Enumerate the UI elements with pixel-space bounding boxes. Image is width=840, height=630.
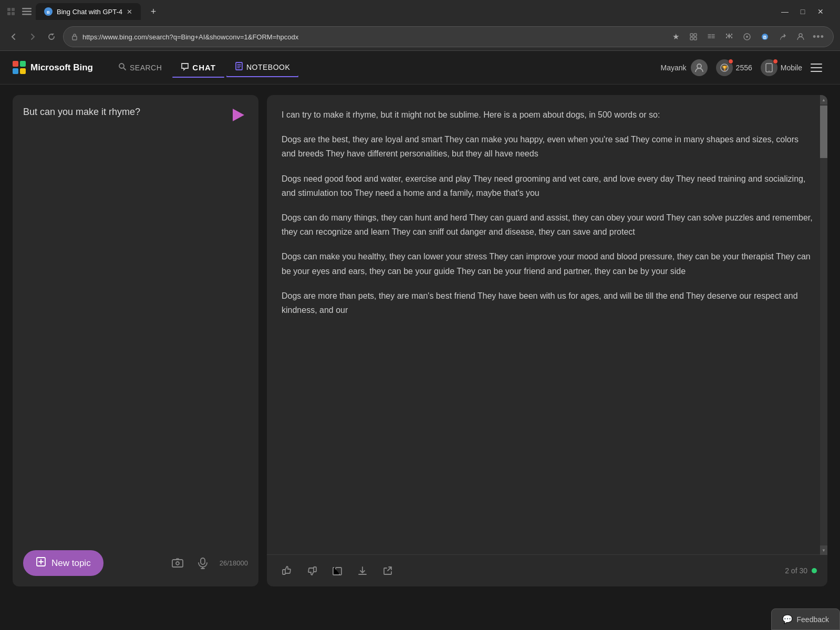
hamburger-menu[interactable]	[811, 59, 827, 76]
page-indicator: 2 of 30	[785, 566, 817, 575]
nav-notebook[interactable]: NOTEBOOK	[226, 58, 298, 77]
extensions-btn[interactable]	[722, 29, 737, 44]
nav-search[interactable]: SEARCH	[110, 58, 170, 77]
share-response-btn[interactable]	[378, 561, 397, 580]
url-bar[interactable]: https://www.bing.com/search?q=Bing+AI&sh…	[63, 26, 834, 47]
mobile-icon	[761, 59, 777, 76]
response-para-3: Dogs can do many things, they can hunt a…	[282, 211, 813, 239]
feedback-label: Feedback	[797, 615, 829, 624]
browser-chrome: B Bing Chat with GPT-4 ✕ + — □ ✕ https:/…	[0, 0, 840, 51]
scroll-thumb[interactable]	[820, 106, 827, 158]
new-topic-label: New topic	[51, 558, 91, 569]
user-profile-btn[interactable]	[793, 29, 808, 44]
main-nav: SEARCH CHAT NOTEBOOK	[110, 58, 298, 77]
browser-icon[interactable]	[6, 7, 16, 16]
feedback-button[interactable]: 💬 Feedback	[771, 608, 840, 630]
active-tab[interactable]: B Bing Chat with GPT-4 ✕	[36, 3, 141, 20]
svg-rect-12	[690, 37, 693, 40]
thumbs-up-btn[interactable]	[277, 561, 296, 580]
close-btn[interactable]: ✕	[816, 7, 825, 16]
scroll-up-btn[interactable]: ▲	[820, 95, 827, 104]
tab-close-btn[interactable]: ✕	[127, 8, 132, 16]
collections-btn[interactable]	[686, 29, 701, 44]
settings-ellipsis-btn[interactable]: •••	[811, 29, 826, 44]
svg-text:B: B	[47, 10, 50, 15]
window-controls	[6, 7, 32, 16]
mobile-badge	[773, 59, 778, 64]
share-btn[interactable]	[775, 29, 790, 44]
points-value: 2556	[736, 64, 752, 72]
response-footer: 2 of 30	[267, 554, 827, 586]
page-number: 2 of 30	[785, 566, 807, 575]
svg-text:B: B	[763, 35, 767, 40]
response-para-2: Dogs need good food and water, exercise …	[282, 172, 813, 200]
points-section[interactable]: 🏆 2556	[716, 59, 752, 76]
notebook-nav-label: NOTEBOOK	[246, 63, 290, 71]
notebook-nav-icon	[235, 62, 243, 72]
copilot-btn[interactable]: B	[758, 29, 772, 44]
response-para-1: Dogs are the best, they are loyal and sm…	[282, 132, 813, 161]
svg-rect-3	[12, 12, 15, 15]
new-tab-btn[interactable]: +	[145, 3, 162, 20]
rewards-badge	[728, 59, 733, 64]
favorites-btn[interactable]	[740, 29, 754, 44]
user-section[interactable]: Mayank	[661, 59, 708, 76]
user-message: But can you make it rhyme?	[23, 106, 248, 119]
bing-logo[interactable]: Microsoft Bing	[13, 61, 93, 75]
mobile-section[interactable]: Mobile	[761, 59, 802, 76]
char-count: 26/18000	[220, 559, 248, 567]
tab-title: Bing Chat with GPT-4	[57, 8, 122, 16]
svg-rect-6	[22, 14, 32, 15]
nav-chat[interactable]: CHAT	[172, 58, 224, 77]
back-btn[interactable]	[6, 29, 21, 44]
feedback-icon: 💬	[782, 614, 793, 624]
svg-rect-11	[694, 34, 697, 36]
url-text: https://www.bing.com/search?q=Bing+AI&sh…	[82, 33, 298, 41]
title-bar: B Bing Chat with GPT-4 ✕ + — □ ✕	[0, 0, 840, 23]
response-content: I can try to make it rhyme, but it might…	[267, 95, 827, 554]
svg-text:🏆: 🏆	[721, 65, 728, 71]
bookmark-btn[interactable]: ★	[668, 29, 683, 44]
refresh-btn[interactable]	[44, 29, 59, 44]
status-dot	[812, 568, 817, 573]
chat-nav-label: CHAT	[192, 63, 216, 72]
screenshot-btn[interactable]	[169, 555, 186, 572]
svg-rect-29	[201, 558, 205, 564]
svg-rect-1	[12, 8, 15, 11]
user-name: Mayank	[661, 64, 687, 72]
svg-rect-0	[7, 8, 11, 11]
svg-point-25	[769, 70, 770, 71]
left-panel: But can you make it rhyme? New topic 26/…	[13, 95, 258, 586]
header-right: Mayank 🏆 2556 Mobile	[661, 59, 827, 76]
main-content: But can you make it rhyme? New topic 26/…	[0, 85, 840, 597]
scrollbar-track[interactable]: ▲ ▼	[820, 95, 827, 555]
maximize-btn[interactable]: □	[798, 7, 807, 16]
send-button[interactable]	[229, 106, 248, 124]
response-para-4: Dogs can make you healthy, they can lowe…	[282, 249, 813, 278]
svg-rect-2	[7, 12, 11, 15]
thumbs-down-btn[interactable]	[303, 561, 322, 580]
download-btn[interactable]	[353, 561, 372, 580]
logo-text: Microsoft Bing	[30, 62, 93, 73]
sidebar-toggle-btn[interactable]	[22, 7, 32, 16]
response-para-5: Dogs are more than pets, they are man's …	[282, 289, 813, 317]
copy-btn[interactable]	[328, 561, 347, 580]
user-avatar	[691, 59, 708, 76]
forward-btn[interactable]	[25, 29, 40, 44]
new-topic-button[interactable]: New topic	[23, 550, 103, 576]
mic-btn[interactable]	[194, 555, 211, 572]
svg-point-18	[799, 34, 802, 37]
app-header: Microsoft Bing SEARCH CHAT NOTEBOOK Maya…	[0, 51, 840, 85]
svg-point-19	[119, 64, 124, 68]
svg-rect-10	[690, 34, 693, 36]
svg-rect-5	[22, 11, 32, 13]
svg-rect-13	[694, 37, 697, 40]
svg-rect-9	[72, 36, 77, 40]
svg-rect-27	[172, 560, 183, 567]
minimize-btn[interactable]: —	[780, 7, 790, 16]
svg-point-21	[697, 64, 701, 68]
bottom-actions: 26/18000	[169, 555, 248, 572]
hamburger-line	[811, 71, 822, 72]
scroll-down-btn[interactable]: ▼	[820, 545, 827, 555]
reading-view-btn[interactable]	[704, 29, 719, 44]
